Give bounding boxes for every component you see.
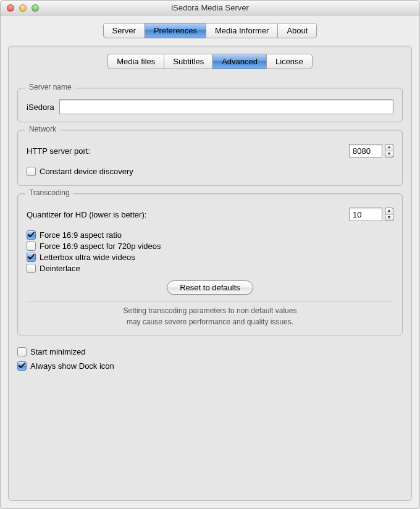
server-name-input[interactable] (59, 99, 393, 114)
start-minimized-checkbox[interactable] (17, 347, 27, 356)
quantizer-step-up-icon[interactable]: ▲ (385, 208, 393, 214)
force-169-720p-checkbox[interactable] (27, 242, 36, 251)
transcoding-legend: Transcoding (25, 188, 74, 197)
show-dock-icon-label: Always show Dock icon (30, 361, 114, 371)
tab-about[interactable]: About (277, 23, 317, 38)
preferences-panel: Media files Subtitles Advanced License S… (8, 46, 412, 501)
quantizer-label: Quantizer for HD (lower is better): (27, 210, 146, 219)
server-name-group: Server name iSedora (17, 88, 403, 122)
window-title: iSedora Media Server (1, 3, 419, 12)
titlebar: iSedora Media Server (1, 1, 419, 15)
tab-media-informer[interactable]: Media Informer (206, 23, 277, 38)
transcoding-note: Setting transcoding parameters to non de… (27, 305, 393, 327)
tab-preferences[interactable]: Preferences (145, 23, 206, 38)
http-port-step-down-icon[interactable]: ▼ (385, 151, 393, 158)
http-port-stepper: ▲ ▼ (385, 144, 393, 158)
close-icon[interactable] (7, 4, 14, 12)
constant-discovery-label: Constant device discovery (40, 167, 133, 176)
tab-advanced[interactable]: Advanced (212, 54, 266, 69)
window: iSedora Media Server Server Preferences … (0, 0, 420, 509)
zoom-icon[interactable] (32, 4, 39, 12)
http-port-step-up-icon[interactable]: ▲ (385, 144, 393, 151)
quantizer-step-down-icon[interactable]: ▼ (385, 214, 393, 222)
letterbox-label: Letterbox ultra wide videos (40, 253, 135, 262)
deinterlace-label: Deinterlace (40, 264, 80, 273)
server-name-label: iSedora (27, 103, 54, 112)
quantizer-field: ▲ ▼ (349, 208, 393, 221)
sub-tabs: Media files Subtitles Advanced License (107, 54, 313, 69)
tab-license[interactable]: License (266, 54, 313, 69)
network-group: Network HTTP server port: ▲ ▼ (17, 130, 403, 186)
traffic-lights (1, 4, 39, 12)
quantizer-input[interactable] (349, 208, 382, 221)
reset-defaults-button[interactable]: Reset to defaults (167, 280, 253, 295)
http-port-input[interactable] (349, 144, 382, 158)
tab-media-files[interactable]: Media files (107, 54, 164, 69)
minimize-icon[interactable] (19, 4, 27, 12)
window-body: Server Preferences Media Informer About … (1, 15, 419, 508)
constant-discovery-checkbox[interactable] (27, 167, 36, 176)
transcoding-note-line1: Setting transcoding parameters to non de… (124, 306, 297, 315)
transcoding-note-line2: may cause severe performance and quality… (127, 318, 293, 326)
http-port-label: HTTP server port: (27, 146, 90, 156)
http-port-field: ▲ ▼ (349, 144, 393, 158)
divider (27, 301, 393, 301)
show-dock-icon-checkbox[interactable] (17, 361, 27, 371)
force-169-720p-label: Force 16:9 aspect for 720p videos (40, 242, 161, 251)
quantizer-stepper: ▲ ▼ (385, 208, 393, 221)
tab-subtitles[interactable]: Subtitles (164, 54, 212, 69)
force-169-label: Force 16:9 aspect ratio (40, 230, 122, 240)
main-tabs: Server Preferences Media Informer About (103, 23, 317, 38)
deinterlace-checkbox[interactable] (27, 264, 36, 273)
tab-server[interactable]: Server (103, 23, 145, 38)
network-legend: Network (25, 125, 60, 133)
start-minimized-label: Start minimized (30, 347, 86, 356)
force-169-checkbox[interactable] (27, 230, 36, 240)
misc-options: Start minimized Always show Dock icon (17, 345, 403, 372)
server-name-legend: Server name (25, 83, 75, 91)
transcoding-group: Transcoding Quantizer for HD (lower is b… (17, 193, 403, 335)
letterbox-checkbox[interactable] (27, 253, 36, 262)
